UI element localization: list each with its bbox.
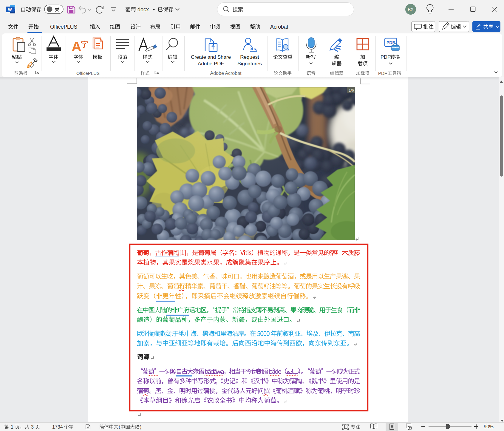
svg-text:OfficePLUS: OfficePLUS xyxy=(50,24,77,30)
svg-text:Adobe PDF: Adobe PDF xyxy=(198,61,224,67)
svg-text:Adobe Acrobat: Adobe Acrobat xyxy=(210,71,242,76)
svg-text:1: 1 xyxy=(11,424,13,430)
svg-text:): ) xyxy=(140,424,141,430)
svg-text:OfficePLUS: OfficePLUS xyxy=(76,71,100,76)
svg-text:PDF: PDF xyxy=(378,71,387,76)
svg-text:1/6: 1/6 xyxy=(349,88,354,92)
svg-text:Request: Request xyxy=(240,54,259,60)
svg-text:W: W xyxy=(8,7,12,12)
svg-text:Create and Share: Create and Share xyxy=(191,54,231,60)
svg-text:A: A xyxy=(72,39,81,54)
svg-text:Signatures: Signatures xyxy=(237,61,262,67)
svg-text:(: ( xyxy=(119,424,120,430)
svg-text:RX: RX xyxy=(408,7,414,12)
svg-text:1734: 1734 xyxy=(52,424,63,430)
svg-text:3: 3 xyxy=(31,424,34,430)
svg-text:.docx: .docx xyxy=(136,7,149,13)
svg-text:90%: 90% xyxy=(484,424,494,429)
svg-text:PDF: PDF xyxy=(381,54,390,60)
svg-text:Acrobat: Acrobat xyxy=(270,24,288,30)
